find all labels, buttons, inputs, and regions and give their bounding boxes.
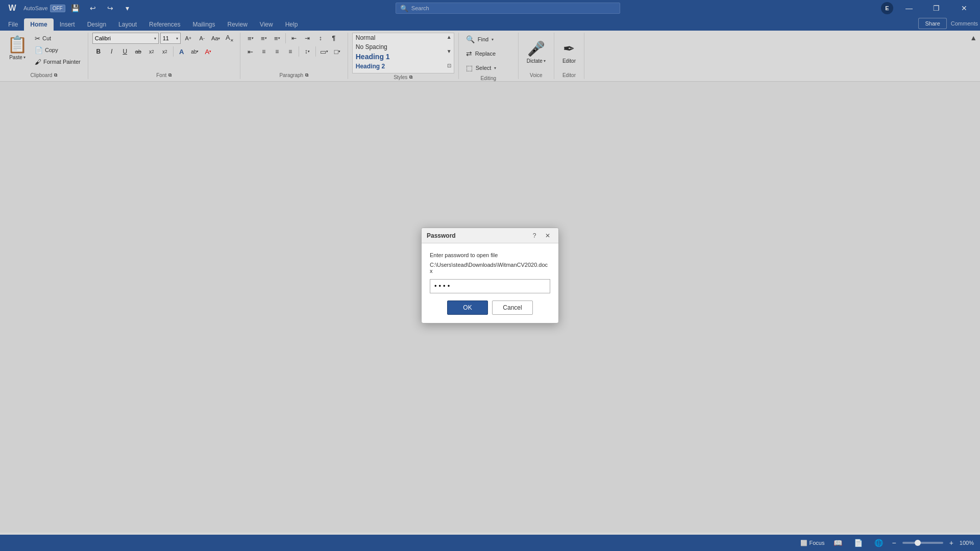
dialog-filepath: C:\Users\stead\Downloads\WitmanCV2020.do…: [430, 262, 550, 274]
dialog-body: Enter password to open file C:\Users\ste…: [422, 243, 558, 322]
dialog-titlebar: Password ? ✕: [422, 228, 558, 243]
cancel-button[interactable]: Cancel: [492, 300, 533, 315]
help-icon: ?: [533, 232, 536, 239]
dialog-overlay: Password ? ✕ Enter password to open file…: [0, 0, 980, 551]
dialog-help-button[interactable]: ?: [529, 230, 540, 241]
dialog-buttons: OK Cancel: [430, 300, 550, 315]
dialog-message: Enter password to open file: [430, 252, 550, 259]
dialog-title: Password: [427, 232, 456, 239]
ok-button[interactable]: OK: [447, 300, 488, 315]
dialog-close-icon: ✕: [545, 232, 550, 239]
password-dialog: Password ? ✕ Enter password to open file…: [421, 228, 559, 323]
dialog-close-button[interactable]: ✕: [542, 230, 553, 241]
password-input[interactable]: [430, 279, 550, 293]
dialog-title-buttons: ? ✕: [529, 230, 553, 241]
